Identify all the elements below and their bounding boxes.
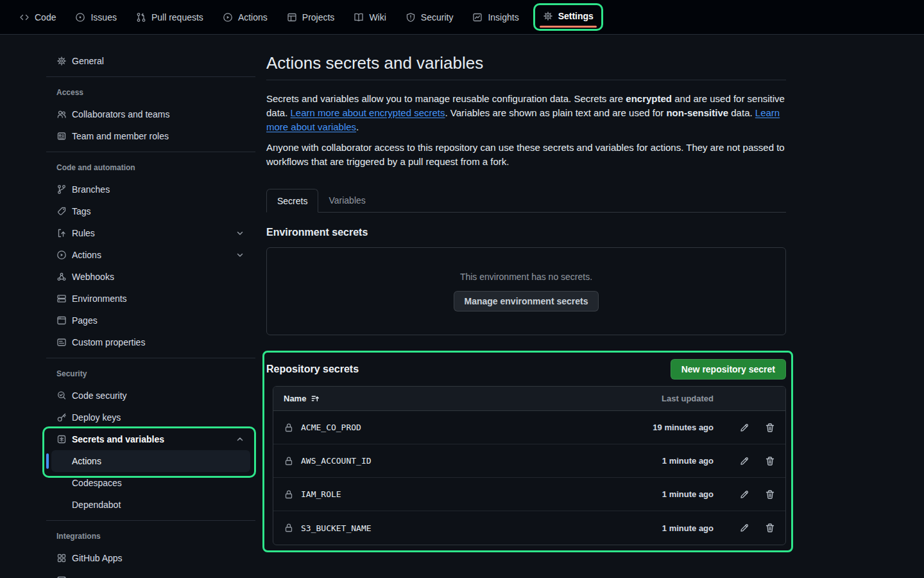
tab-secrets[interactable]: Secrets: [266, 189, 318, 213]
sidebar-section-integrations: Integrations: [46, 525, 255, 547]
sidebar-item-label: Deploy keys: [72, 412, 245, 423]
pencil-icon: [739, 456, 749, 466]
secret-name: AWS_ACCOUNT_ID: [301, 456, 372, 466]
sidebar-item-label: Dependabot: [72, 500, 121, 510]
sidebar-item-tags[interactable]: Tags: [46, 200, 255, 222]
edit-secret-button[interactable]: [739, 489, 749, 500]
repository-secrets-header: Repository secrets New repository secret: [266, 359, 786, 380]
sidebar-item-deploy-keys[interactable]: Deploy keys: [46, 407, 255, 428]
tab-variables[interactable]: Variables: [318, 188, 375, 212]
table-icon: [287, 12, 297, 22]
sidebar-item-pages[interactable]: Pages: [46, 310, 255, 331]
server-icon: [56, 293, 67, 304]
divider: [46, 152, 255, 152]
tab-projects[interactable]: Projects: [280, 7, 341, 28]
sidebar-item-code-security[interactable]: Code security: [46, 385, 255, 407]
sidebar-item-rules[interactable]: Rules: [46, 222, 255, 244]
sidebar-item-secrets-and-variables[interactable]: Secrets and variables: [46, 428, 255, 450]
edit-secret-button[interactable]: [739, 523, 749, 533]
pencil-icon: [739, 523, 749, 533]
sidebar-item-label: Collaborators and teams: [72, 109, 245, 119]
tab-security[interactable]: Security: [399, 7, 460, 28]
settings-content: Actions secrets and variables Secrets an…: [266, 35, 786, 545]
tab-label: Projects: [302, 12, 335, 22]
new-repository-secret-button[interactable]: New repository secret: [671, 359, 786, 380]
sidebar-item-label: Codespaces: [72, 478, 122, 488]
sidebar-item-label: Pages: [72, 315, 245, 326]
delete-secret-button[interactable]: [765, 523, 775, 533]
row-actions: [714, 423, 775, 433]
repository-secrets-heading: Repository secrets: [266, 363, 359, 375]
delete-secret-button[interactable]: [765, 489, 775, 500]
tab-settings[interactable]: Settings: [536, 6, 600, 26]
sidebar-subitem-dependabot[interactable]: Dependabot: [51, 494, 250, 516]
chevron-down-icon: [235, 228, 245, 238]
sidebar-item-github-apps[interactable]: GitHub Apps: [46, 547, 255, 569]
repo-nav: Code Issues Pull requests Actions Projec…: [0, 0, 924, 35]
chevron-down-icon: [235, 250, 245, 260]
link-encrypted-secrets[interactable]: Learn more about encrypted secrets: [291, 107, 445, 118]
tab-label: Security: [421, 12, 454, 22]
tab-label: Wiki: [369, 12, 386, 22]
pencil-icon: [739, 489, 749, 500]
sidebar-item-email-notifications-cutoff[interactable]: [46, 569, 255, 578]
repository-secrets-section: Repository secrets New repository secret…: [266, 359, 786, 545]
environment-empty-message: This environment has no secrets.: [460, 272, 592, 282]
sidebar-item-label: Rules: [72, 228, 230, 238]
tab-wiki[interactable]: Wiki: [347, 7, 392, 28]
play-circle-icon: [56, 250, 67, 260]
play-circle-icon: [223, 12, 233, 22]
secrets-and-variables-group: Secrets and variables Actions: [46, 428, 255, 472]
tag-icon: [56, 206, 67, 216]
secret-name-cell: S3_BUCKET_NAME: [284, 523, 617, 533]
sidebar-item-label: Team and member roles: [72, 131, 245, 141]
secrets-table: Name Last updated ACME_CO_PROD 19 minute…: [273, 386, 786, 545]
row-actions: [714, 456, 775, 466]
mail-icon: [56, 575, 67, 578]
tab-label: Insights: [488, 12, 518, 22]
sidebar-item-label: Actions: [72, 250, 230, 260]
secret-row: IAM_ROLE 1 minute ago: [273, 478, 785, 511]
tab-insights[interactable]: Insights: [466, 7, 525, 28]
sidebar-item-label: Code security: [72, 390, 245, 401]
sidebar-item-collaborators[interactable]: Collaborators and teams: [46, 103, 255, 125]
tab-pull-requests[interactable]: Pull requests: [130, 7, 210, 28]
sidebar-item-label: General: [72, 56, 245, 66]
sidebar-item-custom-properties[interactable]: Custom properties: [46, 331, 255, 353]
tab-actions[interactable]: Actions: [216, 7, 274, 28]
git-branch-icon: [56, 184, 67, 195]
last-updated-column-header: Last updated: [617, 394, 714, 403]
sidebar-section-access: Access: [46, 82, 255, 103]
secret-updated: 1 minute ago: [617, 489, 714, 499]
secret-name-cell: ACME_CO_PROD: [284, 423, 617, 433]
selected-indicator-bar: [46, 453, 49, 469]
sidebar-item-branches[interactable]: Branches: [46, 179, 255, 200]
intro-paragraph: Secrets and variables allow you to manag…: [266, 92, 786, 134]
chevron-up-icon: [235, 434, 245, 444]
tab-code[interactable]: Code: [13, 7, 62, 28]
rules-icon: [56, 228, 67, 238]
sidebar-item-label: Environments: [72, 293, 245, 304]
delete-secret-button[interactable]: [765, 456, 775, 466]
sidebar-item-label: Secrets and variables: [72, 434, 230, 444]
divider: [46, 358, 255, 358]
secret-row: S3_BUCKET_NAME 1 minute ago: [273, 511, 785, 545]
sidebar-item-general[interactable]: General: [46, 50, 255, 72]
sidebar-item-actions[interactable]: Actions: [46, 244, 255, 266]
sidebar-subitem-codespaces[interactable]: Codespaces: [51, 472, 250, 494]
edit-secret-button[interactable]: [739, 423, 749, 433]
sidebar-subitem-actions-selected[interactable]: Actions: [51, 450, 250, 472]
name-column-header[interactable]: Name: [284, 394, 617, 403]
edit-secret-button[interactable]: [739, 456, 749, 466]
sidebar-item-environments[interactable]: Environments: [46, 288, 255, 310]
secrets-variables-tabbar: Secrets Variables: [266, 188, 786, 213]
manage-environment-secrets-button[interactable]: Manage environment secrets: [454, 291, 599, 311]
sidebar-item-label: Custom properties: [72, 337, 245, 347]
environment-secrets-box: This environment has no secrets. Manage …: [266, 247, 786, 335]
sidebar-item-team-member-roles[interactable]: Team and member roles: [46, 125, 255, 147]
delete-secret-button[interactable]: [765, 423, 775, 433]
trash-icon: [765, 523, 775, 533]
lock-icon: [284, 456, 294, 466]
sidebar-item-webhooks[interactable]: Webhooks: [46, 266, 255, 288]
tab-issues[interactable]: Issues: [69, 7, 123, 28]
